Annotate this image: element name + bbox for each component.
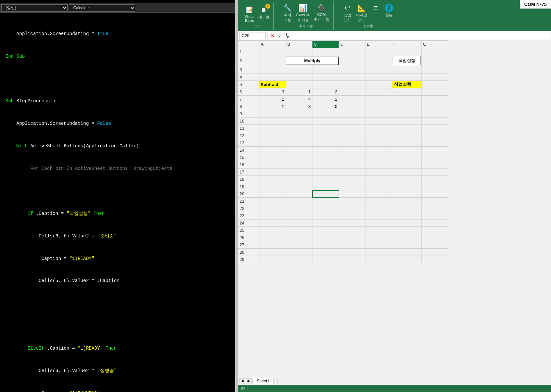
cell-A3[interactable]	[259, 66, 286, 74]
cell-F7[interactable]	[392, 96, 422, 103]
cell-B5[interactable]	[286, 81, 312, 88]
cell-D8[interactable]	[339, 103, 365, 110]
col-header-A[interactable]: A	[259, 41, 286, 48]
cell-C6[interactable]: 2	[312, 88, 339, 96]
cell-C4[interactable]	[312, 74, 339, 81]
add-sheet-button[interactable]: +	[274, 378, 280, 384]
cell-D2[interactable]	[339, 55, 365, 66]
cell-E2[interactable]	[365, 55, 392, 66]
cell-D3[interactable]	[339, 66, 365, 74]
cell-E5[interactable]	[365, 81, 392, 88]
col-header-B[interactable]: B	[286, 41, 312, 48]
row-header-23: 23	[238, 212, 259, 220]
cell-F4[interactable]	[392, 74, 422, 81]
col-header-G[interactable]: G	[422, 41, 448, 48]
cell-C3[interactable]	[312, 66, 339, 74]
cell-A6[interactable]: 3	[259, 88, 286, 96]
cell-A8[interactable]: 1	[259, 103, 286, 110]
cell-G4[interactable]	[422, 74, 448, 81]
scroll-sheets-left[interactable]: ◀	[239, 378, 245, 383]
cell-A2[interactable]	[259, 55, 286, 66]
cell-B6[interactable]: 1	[286, 88, 312, 96]
cell-F5[interactable]: 작업실행	[392, 81, 422, 88]
cell-E1[interactable]	[365, 48, 392, 55]
cell-F2[interactable]: 작업실행	[392, 55, 422, 66]
cell-D4[interactable]	[339, 74, 365, 81]
scroll-sheets-right[interactable]: ▶	[246, 378, 252, 383]
cell-D5[interactable]	[339, 81, 365, 88]
cell-B2[interactable]: Multiply	[286, 55, 339, 66]
cell-G3[interactable]	[422, 66, 448, 74]
cancel-formula-button[interactable]: ✕	[270, 33, 276, 38]
cell-C5[interactable]	[312, 81, 339, 88]
row-header-29: 29	[238, 256, 259, 263]
cell-F3[interactable]	[392, 66, 422, 74]
excel-addins-button[interactable]: 📊 Excel 추 가 기능	[295, 3, 311, 23]
design-mode-button[interactable]: 📐 디자인 모드	[355, 3, 368, 23]
table-row: 16	[238, 161, 448, 169]
divider[interactable]	[235, 0, 238, 392]
cell-A7[interactable]: 2	[259, 96, 286, 103]
addins-button[interactable]: 🔧 추가 기능	[282, 3, 294, 23]
cell-D20[interactable]	[339, 190, 365, 198]
cell-A4[interactable]	[259, 74, 286, 81]
cell-G2[interactable]	[422, 55, 448, 66]
cell-E6[interactable]	[365, 88, 392, 96]
cell-F6[interactable]: -	[392, 88, 422, 96]
excel-ribbon: 📝 Visual Basic ⏺ ! 매크로 코드 🔧 추가 기능	[238, 0, 551, 31]
macro-button[interactable]: ⏺ ! 매크로	[257, 5, 271, 23]
cell-B7[interactable]: 4	[286, 96, 312, 103]
cell-D6[interactable]	[339, 88, 365, 96]
status-ready: 준비	[241, 386, 248, 391]
spreadsheet[interactable]: A B C D E F G 1	[238, 40, 551, 377]
cell-C1[interactable]	[312, 48, 339, 55]
cell-A20[interactable]	[259, 190, 286, 198]
cell-C20[interactable]	[312, 190, 339, 198]
cell-B3[interactable]	[286, 66, 312, 74]
col-header-D[interactable]: D	[339, 41, 365, 48]
cell-B1[interactable]	[286, 48, 312, 55]
col-header-E[interactable]: E	[365, 41, 392, 48]
cell-E20[interactable]	[365, 190, 392, 198]
cell-D7[interactable]	[339, 96, 365, 103]
cell-C7[interactable]: 2	[312, 96, 339, 103]
cell-G7[interactable]	[422, 96, 448, 103]
cell-C8[interactable]: 0	[312, 103, 339, 110]
cell-G6[interactable]	[422, 88, 448, 96]
multiply-button[interactable]: Multiply	[286, 57, 339, 65]
cell-F8[interactable]	[392, 103, 422, 110]
cell-E4[interactable]	[365, 74, 392, 81]
task-execute-button-top[interactable]: 작업실행	[393, 56, 421, 65]
vba-context-selector[interactable]: (일반)	[1, 4, 68, 12]
cell-B20[interactable]	[286, 190, 312, 198]
cell-A5[interactable]: Subtract	[259, 81, 286, 88]
cell-F20[interactable]	[392, 190, 422, 198]
cell-D1[interactable]	[339, 48, 365, 55]
vba-procedure-selector[interactable]: Calculate	[69, 4, 135, 12]
insert-mode-button[interactable]: ↩ 삽입 모드	[342, 3, 354, 23]
col-header-C[interactable]: C	[312, 41, 339, 48]
cell-A1[interactable]	[259, 48, 286, 55]
cell-G5[interactable]	[422, 81, 448, 88]
cell-F1[interactable]	[392, 48, 422, 55]
web-button[interactable]: 🌐 웹본	[383, 3, 395, 23]
com-addins-button[interactable]: 🔌 COM 추가 기능	[312, 3, 331, 23]
formula-input[interactable]	[292, 32, 550, 39]
cell-E7[interactable]	[365, 96, 392, 103]
cell-ref-box[interactable]	[239, 32, 266, 39]
cell-E8[interactable]	[365, 103, 392, 110]
col-header-F[interactable]: F	[392, 41, 422, 48]
cell-G1[interactable]	[422, 48, 448, 55]
cell-G20[interactable]	[422, 190, 448, 198]
confirm-formula-button[interactable]: ✓	[277, 33, 283, 38]
cell-E3[interactable]	[365, 66, 392, 74]
sheet-tab-sheet1[interactable]: Sheet1	[252, 378, 274, 384]
table-row: 29	[238, 256, 448, 263]
table-row: 5 Subtract 작업실행	[238, 81, 448, 88]
cell-B8[interactable]: -3	[286, 103, 312, 110]
cell-B4[interactable]	[286, 74, 312, 81]
cell-G8[interactable]	[422, 103, 448, 110]
properties-button[interactable]: ≡	[370, 3, 382, 23]
table-row: 9	[238, 110, 448, 118]
visual-basic-button[interactable]: 📝 Visual Basic	[243, 5, 256, 23]
